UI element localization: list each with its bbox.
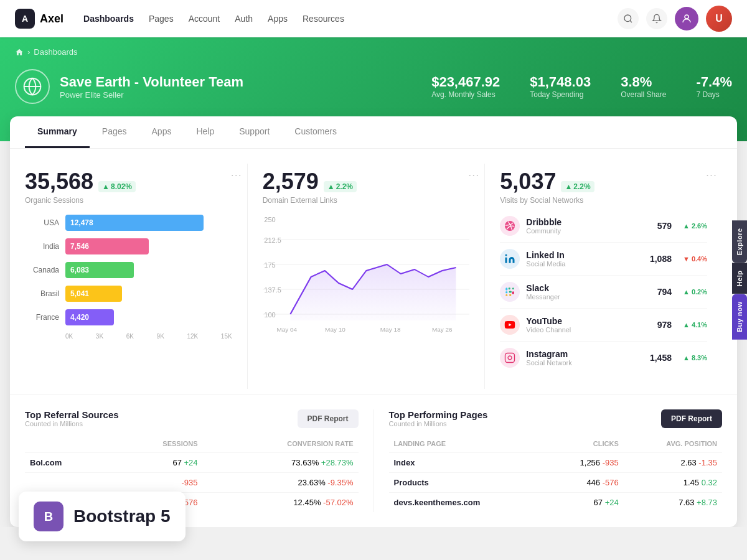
metric-1-label: Organic Sessions xyxy=(25,196,232,205)
line-chart-area: 100 137.5 175 212.5 250 xyxy=(263,215,470,339)
metric-1-menu[interactable]: ··· xyxy=(231,169,242,182)
pages-row2-avg: 1.45 0.32 xyxy=(624,473,722,493)
linkedin-icon xyxy=(500,249,520,269)
user-avatar-secondary[interactable] xyxy=(675,7,698,30)
tab-summary[interactable]: Summary xyxy=(25,116,90,148)
metric-3-menu[interactable]: ··· xyxy=(706,169,717,182)
nav-auth[interactable]: Auth xyxy=(235,14,253,24)
bar-chart: USA 12,478 India 7,546 Canad xyxy=(25,215,232,340)
tab-pages[interactable]: Pages xyxy=(90,116,139,148)
social-item-instagram: Instagram Social Network 1,458 ▲ 8.3% xyxy=(500,342,707,374)
referral-row3-conversion: 12.45% -57.02% xyxy=(203,493,359,513)
stat-7days-label: 7 Days xyxy=(697,90,732,99)
nav-apps[interactable]: Apps xyxy=(268,14,288,24)
linkedin-change: ▼ 0.4% xyxy=(683,255,707,263)
tab-support[interactable]: Support xyxy=(227,116,282,148)
nav-pages[interactable]: Pages xyxy=(149,14,174,24)
referral-col-conversion: CONVERSION RATE xyxy=(203,437,359,453)
metric-2-badge: ▲ 2.2% xyxy=(324,181,357,192)
bar-india: 7,546 xyxy=(65,238,149,254)
metric-organic-sessions: 35,568 ▲ 8.02% Organic Sessions ··· USA xyxy=(25,164,248,389)
dribbble-icon xyxy=(500,216,520,236)
main-wrapper: › Dashboards Save Earth - Volunteer Team… xyxy=(0,37,747,527)
svg-text:May 26: May 26 xyxy=(432,326,453,332)
svg-text:May 18: May 18 xyxy=(380,326,400,332)
tab-help[interactable]: Help xyxy=(184,116,227,148)
profile-header: Save Earth - Volunteer Team Power Elite … xyxy=(15,69,732,104)
profile-name: Save Earth - Volunteer Team xyxy=(60,74,243,90)
slack-name: Slack Messanger xyxy=(526,283,651,301)
search-button[interactable] xyxy=(618,8,639,29)
svg-text:May 04: May 04 xyxy=(276,326,297,332)
referral-col-sessions: SESSIONS xyxy=(111,437,203,453)
referral-col-source xyxy=(25,437,111,453)
explore-button[interactable]: Explore xyxy=(732,220,747,263)
table-row: devs.keenthemes.com 67 +24 7.63 +8.73 xyxy=(389,493,723,513)
svg-rect-29 xyxy=(505,353,515,363)
bar-axis: 0K 3K 6K 9K 12K 15K xyxy=(25,333,232,340)
social-item-linkedin: Linked In Social Media 1,088 ▼ 0.4% xyxy=(500,243,707,276)
linkedin-name: Linked In Social Media xyxy=(526,250,644,268)
linkedin-count: 1,088 xyxy=(650,254,672,264)
svg-rect-24 xyxy=(509,291,512,293)
tabs-bar: Summary Pages Apps Help Support Customer… xyxy=(10,116,737,149)
stat-overall-share-label: Overall Share xyxy=(621,90,666,99)
metrics-row: 35,568 ▲ 8.02% Organic Sessions ··· USA xyxy=(10,149,737,389)
stat-overall-share-value: 3.8% xyxy=(621,74,666,90)
metric-2-value: 2,579 xyxy=(263,169,319,195)
user-avatar[interactable]: U xyxy=(706,6,732,32)
stats-row: $23,467.92 Avg. Monthly Sales $1,748.03 … xyxy=(431,74,732,99)
dribbble-change: ▲ 2.6% xyxy=(683,222,707,230)
social-item-youtube: YouTube Video Channel 978 ▲ 4.1% xyxy=(500,309,707,342)
bar-label-france: France xyxy=(25,313,59,322)
metric-1-badge-value: 8.02% xyxy=(111,182,132,191)
side-buttons: Explore Help Buy now xyxy=(732,220,747,339)
metric-2-badge-value: 2.2% xyxy=(336,182,353,191)
notifications-button[interactable] xyxy=(646,8,667,29)
line-chart-svg: 100 137.5 175 212.5 250 xyxy=(263,215,470,339)
bar-label-canada: Canada xyxy=(25,266,59,274)
nav-dashboards[interactable]: Dashboards xyxy=(83,14,134,24)
pages-col-clicks: CLICKS xyxy=(545,437,624,453)
svg-rect-25 xyxy=(510,294,512,296)
nav-resources[interactable]: Resources xyxy=(303,14,344,24)
instagram-change: ▲ 8.3% xyxy=(683,354,707,362)
brand-name: Axel xyxy=(40,12,63,26)
tab-customers[interactable]: Customers xyxy=(282,116,349,148)
youtube-icon xyxy=(500,315,520,335)
pages-row1-name: Index xyxy=(389,453,545,473)
bootstrap-icon: B xyxy=(34,502,63,527)
stat-today-spending-value: $1,748.03 xyxy=(530,74,591,90)
stat-monthly-sales-value: $23,467.92 xyxy=(431,74,500,90)
svg-rect-20 xyxy=(506,291,508,293)
slack-change: ▲ 0.2% xyxy=(683,288,707,296)
referral-row2-sessions: -935 xyxy=(111,473,203,493)
metric-3-label: Visits by Social Networks xyxy=(500,196,707,205)
brand-logo[interactable]: A Axel xyxy=(15,9,63,29)
pages-row2-clicks: 446 -576 xyxy=(545,473,624,493)
referral-pdf-button[interactable]: PDF Report xyxy=(298,409,359,428)
pages-row3-avg: 7.63 +8.73 xyxy=(624,493,722,513)
table-row: Bol.com 67 +24 73.63% +28.73% xyxy=(25,453,359,473)
nav-account[interactable]: Account xyxy=(189,14,220,24)
metric-social-networks: 5,037 ▲ 2.2% Visits by Social Networks ·… xyxy=(500,164,722,389)
metric-3-badge-value: 2.2% xyxy=(573,182,590,191)
svg-text:100: 100 xyxy=(264,312,276,319)
svg-marker-12 xyxy=(290,264,456,320)
slack-icon xyxy=(500,282,520,302)
breadcrumb-separator: › xyxy=(27,47,30,57)
metric-2-menu[interactable]: ··· xyxy=(468,169,479,182)
bar-label-india: India xyxy=(25,242,59,251)
pages-pdf-button[interactable]: PDF Report xyxy=(661,409,722,428)
tab-apps[interactable]: Apps xyxy=(139,116,184,148)
referral-title: Top Referral Sources xyxy=(25,409,119,420)
table-row: Products 446 -576 1.45 0.32 xyxy=(389,473,723,493)
stat-monthly-sales: $23,467.92 Avg. Monthly Sales xyxy=(431,74,500,99)
profile-info: Save Earth - Volunteer Team Power Elite … xyxy=(60,74,243,100)
bar-row-france: France 4,420 xyxy=(25,309,232,325)
svg-text:250: 250 xyxy=(264,217,276,223)
svg-point-19 xyxy=(505,254,507,256)
buy-now-button[interactable]: Buy now xyxy=(732,294,747,339)
help-side-button[interactable]: Help xyxy=(732,263,747,294)
svg-rect-21 xyxy=(506,287,508,291)
